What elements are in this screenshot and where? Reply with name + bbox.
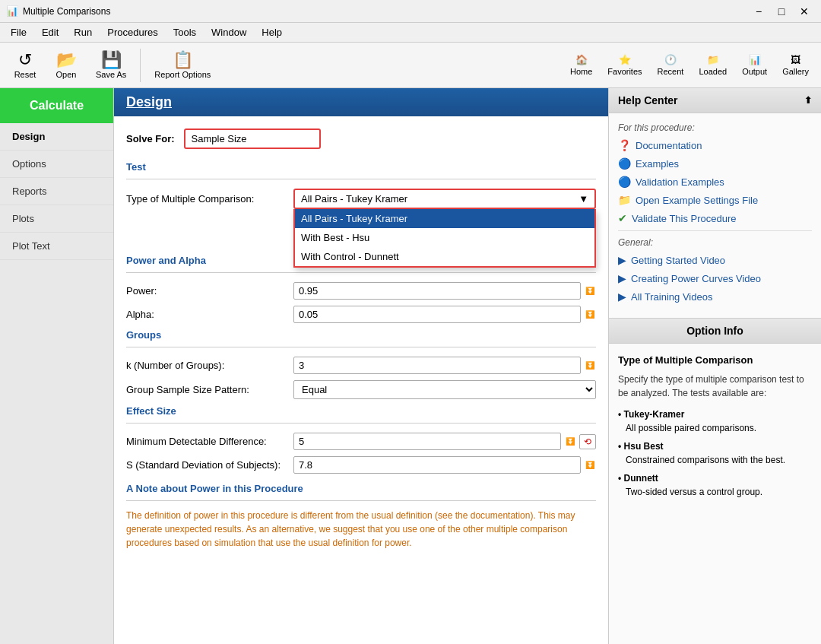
help-power-curves-label: Creating Power Curves Video — [631, 273, 761, 284]
option-bullet-hsu: • Hsu Best Constrained comparisons with … — [618, 439, 812, 467]
groups-divider — [126, 347, 596, 347]
toolbar-report-options-label: Report Options — [154, 70, 211, 79]
power-row: Power: 0.95 ⏬ — [126, 282, 596, 300]
gallery-icon: 🖼 — [791, 54, 800, 65]
option-info-body: Type of Multiple Comparison Specify the … — [609, 344, 821, 512]
dropdown-option-hsu[interactable]: With Best - Hsu — [295, 228, 594, 247]
min-detectable-control: 5 ⏬ ⟲ — [293, 433, 596, 450]
toolbar-favorites[interactable]: ⭐ Favorites — [601, 51, 648, 79]
help-power-curves-link[interactable]: ▶ Creating Power Curves Video — [618, 272, 812, 284]
help-getting-started-link[interactable]: ▶ Getting Started Video — [618, 254, 812, 266]
calculate-button[interactable]: Calculate — [0, 88, 113, 123]
type-of-comparison-row: Type of Multiple Comparison: All Pairs -… — [126, 189, 596, 209]
help-open-example-settings-link[interactable]: 📁 Open Example Settings File — [618, 194, 812, 206]
help-documentation-label: Documentation — [636, 140, 702, 151]
groups-header: Groups — [126, 329, 596, 341]
home-icon: 🏠 — [575, 54, 588, 65]
help-body: For this procedure: ❓ Documentation 🔵 Ex… — [609, 113, 821, 318]
menu-edit[interactable]: Edit — [34, 25, 66, 40]
menu-help[interactable]: Help — [254, 25, 290, 40]
group-sample-size-select[interactable]: Equal Proportional Custom — [293, 380, 596, 399]
power-label: Power: — [126, 285, 293, 297]
menu-procedures[interactable]: Procedures — [100, 25, 165, 40]
menu-file[interactable]: File — [3, 25, 34, 40]
s-stddev-double-arrow-icon[interactable]: ⏬ — [584, 459, 596, 471]
power-double-arrow-icon[interactable]: ⏬ — [584, 285, 596, 297]
toolbar-report-options[interactable]: 📋 Report Options — [147, 49, 218, 82]
minimize-button[interactable]: − — [748, 3, 769, 20]
type-of-comparison-value: All Pairs - Tukey Kramer — [301, 193, 407, 205]
toolbar-separator — [140, 49, 141, 82]
open-icon: 📂 — [56, 52, 77, 68]
app-icon: 📊 — [6, 5, 18, 17]
favorites-icon: ⭐ — [619, 54, 631, 65]
toolbar-open-label: Open — [56, 70, 77, 79]
min-detectable-row: Minimum Detectable Difference: 5 ⏬ ⟲ — [126, 433, 596, 450]
solve-for-row: Solve For: Sample Size Power Effect Size — [126, 128, 596, 149]
k-groups-row: k (Number of Groups): 3 ⏬ — [126, 357, 596, 374]
power-control: 0.95 ⏬ — [293, 282, 596, 300]
help-open-example-settings-label: Open Example Settings File — [636, 195, 758, 206]
sidebar-item-design[interactable]: Design — [0, 123, 113, 151]
option-bullet-hsu-label: • Hsu Best — [618, 441, 664, 452]
toolbar-save-as[interactable]: 💾 Save As — [88, 49, 134, 82]
help-examples-link[interactable]: 🔵 Examples — [618, 157, 812, 170]
sidebar-item-reports[interactable]: Reports — [0, 178, 113, 205]
test-section-header: Test — [126, 161, 596, 173]
close-button[interactable]: ✕ — [794, 3, 815, 20]
option-bullet-tukey: • Tukey-Kramer All possible paired compa… — [618, 408, 812, 435]
type-of-comparison-button[interactable]: All Pairs - Tukey Kramer ▼ — [293, 189, 596, 209]
help-validate-procedure-link[interactable]: ✔ Validate This Procedure — [618, 212, 812, 224]
title-bar-text: Multiple Comparisons — [23, 6, 748, 17]
help-validation-examples-label: Validation Examples — [636, 176, 724, 188]
option-bullet-tukey-label: • Tukey-Kramer — [618, 409, 684, 420]
toolbar: ↺ Reset 📂 Open 💾 Save As 📋 Report Option… — [0, 43, 821, 88]
toolbar-home[interactable]: 🏠 Home — [564, 51, 598, 79]
k-groups-double-arrow-icon[interactable]: ⏬ — [584, 360, 596, 371]
toolbar-recent[interactable]: 🕐 Recent — [651, 51, 690, 79]
min-detectable-reset-button[interactable]: ⟲ — [579, 434, 596, 449]
dropdown-option-tukey[interactable]: All Pairs - Tukey Kramer — [295, 209, 594, 228]
content-area: Design Solve For: Sample Size Power Effe… — [114, 88, 608, 644]
toolbar-open[interactable]: 📂 Open — [47, 49, 85, 82]
report-options-icon: 📋 — [173, 52, 193, 68]
toolbar-output[interactable]: 📊 Output — [736, 51, 773, 79]
solve-for-wrapper: Sample Size Power Effect Size — [184, 128, 321, 149]
s-stddev-select[interactable]: 7.8 — [293, 456, 581, 474]
help-center-collapse-button[interactable]: ⬆ — [804, 95, 812, 106]
sidebar-item-options[interactable]: Options — [0, 151, 113, 178]
documentation-icon: ❓ — [618, 139, 631, 151]
option-info-desc: Specify the type of multiple comparison … — [618, 373, 812, 400]
open-example-settings-icon: 📁 — [618, 194, 631, 206]
help-panel: Help Center ⬆ For this procedure: ❓ Docu… — [608, 88, 821, 644]
sidebar-item-plot-text[interactable]: Plot Text — [0, 233, 113, 260]
design-title: Design — [126, 94, 172, 109]
k-groups-control: 3 ⏬ — [293, 357, 596, 374]
alpha-select[interactable]: 0.05 — [293, 306, 581, 323]
menu-window[interactable]: Window — [204, 25, 254, 40]
alpha-control: 0.05 ⏬ — [293, 306, 596, 323]
sidebar-item-plots[interactable]: Plots — [0, 205, 113, 233]
maximize-button[interactable]: □ — [771, 3, 792, 20]
dropdown-option-dunnett[interactable]: With Control - Dunnett — [295, 247, 594, 266]
help-validation-examples-link[interactable]: 🔵 Validation Examples — [618, 176, 812, 188]
k-groups-select[interactable]: 3 — [293, 357, 581, 374]
menu-tools[interactable]: Tools — [166, 25, 204, 40]
toolbar-gallery[interactable]: 🖼 Gallery — [776, 51, 815, 79]
dropdown-arrow-icon: ▼ — [579, 193, 588, 205]
help-documentation-link[interactable]: ❓ Documentation — [618, 139, 812, 151]
power-select[interactable]: 0.95 — [293, 282, 581, 300]
toolbar-loaded[interactable]: 📁 Loaded — [693, 51, 733, 79]
solve-for-select[interactable]: Sample Size Power Effect Size — [184, 128, 321, 149]
menu-run[interactable]: Run — [66, 25, 100, 40]
examples-icon: 🔵 — [618, 157, 631, 170]
alpha-double-arrow-icon[interactable]: ⏬ — [584, 309, 596, 320]
min-detectable-select[interactable]: 5 — [293, 433, 561, 450]
min-detectable-double-arrow-icon[interactable]: ⏬ — [564, 436, 576, 447]
help-all-training-link[interactable]: ▶ All Training Videos — [618, 290, 812, 303]
option-info-header: Option Info — [609, 318, 821, 344]
sidebar: Calculate Design Options Reports Plots P… — [0, 88, 114, 644]
toolbar-reset[interactable]: ↺ Reset — [6, 49, 44, 82]
note-header: A Note about Power in this Procedure — [126, 483, 596, 494]
option-bullet-tukey-desc: All possible paired comparisons. — [626, 421, 756, 435]
